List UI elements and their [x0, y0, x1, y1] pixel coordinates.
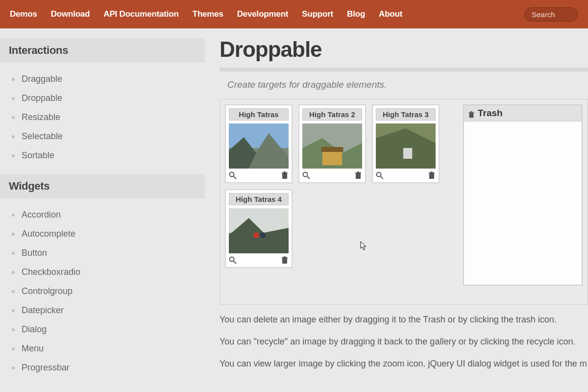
nav-api-documentation[interactable]: API Documentation [103, 9, 178, 19]
zoom-icon[interactable] [229, 172, 237, 179]
sidebar-item-checkboxradio[interactable]: Checkboxradio [12, 263, 205, 282]
svg-point-20 [377, 172, 381, 177]
bullet-icon [12, 252, 15, 255]
bullet-icon [12, 97, 15, 100]
sidebar-item-button[interactable]: Button [12, 244, 205, 263]
sidebar-item-controlgroup[interactable]: Controlgroup [12, 282, 205, 301]
divider [220, 68, 588, 72]
nav-demos[interactable]: Demos [10, 9, 37, 19]
bullet-icon [12, 309, 15, 312]
gallery[interactable]: High Tatras High Tatras 2 [225, 104, 443, 299]
gallery-card[interactable]: High Tatras 2 [298, 104, 366, 183]
sidebar-item-sortable[interactable]: Sortable [12, 146, 205, 165]
bullet-icon [12, 271, 15, 274]
sidebar-item-droppable[interactable]: Droppable [12, 89, 205, 108]
sidebar-item-label: Dialog [22, 324, 47, 335]
gallery-card[interactable]: High Tatras 3 [372, 104, 440, 183]
sidebar-item-label: Resizable [22, 112, 60, 122]
sidebar-item-label: Accordion [22, 210, 61, 220]
svg-line-4 [234, 176, 236, 179]
sidebar-item-selectable[interactable]: Selectable [12, 127, 205, 146]
sidebar-item-dialog[interactable]: Dialog [12, 320, 205, 339]
nav-download[interactable]: Download [51, 9, 90, 19]
sidebar-item-label: Droppable [22, 93, 62, 103]
sidebar-item-progressbar[interactable]: Progressbar [12, 358, 205, 377]
sidebar-item-resizable[interactable]: Resizable [12, 108, 205, 127]
sidebar-item-label: Controlgroup [22, 286, 73, 296]
sidebar-item-label: Checkboxradio [22, 267, 80, 277]
trash-drop-target[interactable]: Trash [463, 104, 583, 286]
nav-support[interactable]: Support [302, 9, 333, 19]
zoom-icon[interactable] [229, 256, 237, 264]
sidebar-section-widgets: Widgets [0, 174, 205, 198]
svg-rect-14 [356, 173, 361, 179]
card-thumbnail [376, 123, 436, 169]
sidebar-item-label: Sortable [22, 150, 54, 161]
sidebar-item-label: Datepicker [22, 305, 64, 316]
sidebar-item-label: Draggable [22, 74, 62, 84]
page-tagline: Create targets for draggable elements. [227, 79, 588, 90]
nav-about[interactable]: About [379, 9, 402, 19]
sidebar-item-label: Autocomplete [22, 229, 75, 239]
top-nav: Demos Download API Documentation Themes … [0, 0, 588, 28]
bullet-icon [12, 347, 15, 350]
page-title: Droppable [220, 37, 588, 62]
svg-point-28 [260, 232, 266, 238]
bullet-icon [12, 154, 15, 157]
bullet-icon [12, 290, 15, 293]
svg-rect-35 [469, 112, 474, 113]
svg-rect-5 [282, 173, 287, 179]
card-thumbnail [302, 123, 362, 169]
trash-icon[interactable] [281, 172, 289, 179]
svg-rect-7 [284, 172, 286, 172]
svg-rect-36 [470, 111, 472, 112]
search-input[interactable] [524, 7, 578, 22]
gallery-card[interactable]: High Tatras 4 [225, 189, 293, 268]
bullet-icon [12, 233, 15, 236]
sidebar-list-interactions: Draggable Droppable Resizable Selectable… [0, 70, 205, 174]
nav-themes[interactable]: Themes [193, 9, 223, 19]
sidebar-item-label: Progressbar [22, 363, 70, 373]
demo-area: High Tatras High Tatras 2 [220, 99, 588, 305]
sidebar-item-datepicker[interactable]: Datepicker [12, 301, 205, 320]
bullet-icon [12, 214, 15, 217]
svg-rect-33 [284, 256, 286, 257]
trash-icon[interactable] [354, 172, 362, 179]
zoom-icon[interactable] [376, 172, 384, 179]
nav-links: Demos Download API Documentation Themes … [10, 9, 524, 19]
zoom-icon[interactable] [302, 172, 310, 179]
sidebar-item-autocomplete[interactable]: Autocomplete [12, 224, 205, 244]
trash-icon[interactable] [428, 172, 436, 179]
card-actions [376, 169, 436, 179]
description-paragraph: You can delete an image either by draggi… [220, 314, 588, 326]
sidebar: Interactions Draggable Droppable Resizab… [0, 28, 205, 392]
card-actions [302, 169, 362, 179]
trash-icon[interactable] [281, 256, 289, 264]
trash-header: Trash [464, 105, 582, 122]
svg-point-27 [253, 232, 259, 238]
trash-label: Trash [478, 108, 503, 119]
svg-rect-31 [282, 258, 287, 264]
bullet-icon [12, 116, 15, 119]
bullet-icon [12, 328, 15, 331]
svg-rect-32 [282, 257, 288, 258]
nav-development[interactable]: Development [237, 9, 289, 19]
svg-point-12 [303, 172, 308, 177]
svg-rect-15 [355, 172, 361, 173]
svg-rect-22 [429, 173, 434, 179]
sidebar-item-draggable[interactable]: Draggable [12, 70, 205, 89]
description-paragraph: You can view larger image by clicking th… [220, 358, 588, 370]
svg-line-13 [307, 176, 310, 179]
svg-point-29 [230, 257, 234, 262]
sidebar-item-label: Menu [22, 343, 44, 354]
svg-line-30 [234, 261, 236, 264]
sidebar-item-accordion[interactable]: Accordion [12, 205, 205, 224]
nav-blog[interactable]: Blog [347, 9, 365, 19]
svg-rect-19 [403, 148, 412, 159]
card-title: High Tatras [229, 108, 289, 121]
gallery-card[interactable]: High Tatras [225, 104, 293, 183]
sidebar-item-menu[interactable]: Menu [12, 339, 205, 358]
card-title: High Tatras 3 [376, 108, 436, 121]
sidebar-item-label: Selectable [22, 131, 63, 142]
card-thumbnail [229, 208, 289, 253]
